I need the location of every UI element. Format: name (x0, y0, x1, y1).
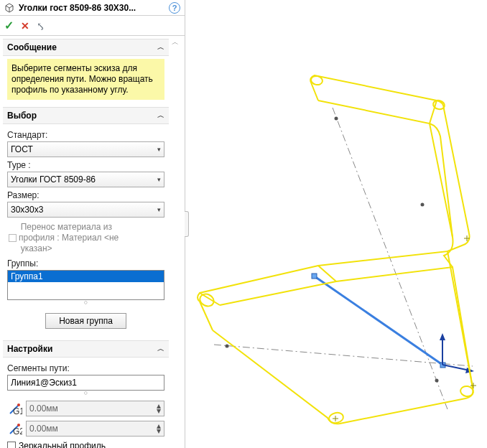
panel-body: Сообщение ︿ Выберите сегменты эскиза для… (0, 36, 185, 448)
section-settings: Настройки ︿ Сегменты пути: Линия1@Эскиз1… (3, 340, 169, 448)
svg-line-17 (442, 365, 470, 370)
svg-rect-13 (312, 274, 317, 279)
property-panel: Уголки гост 8509-86 30X30... ? ✓ ✕ ⤣ Соо… (0, 0, 185, 448)
standard-select[interactable]: ГОСТ ▾ (7, 141, 164, 157)
type-select[interactable]: Уголки ГОСТ 8509-86 ▾ (7, 172, 164, 187)
svg-point-19 (198, 292, 216, 309)
standard-value: ГОСТ (11, 144, 33, 154)
svg-point-8 (435, 379, 439, 383)
svg-point-9 (226, 345, 229, 348)
standard-label: Стандарт: (7, 130, 164, 140)
offset2-spinner[interactable]: ▴▾ (157, 424, 161, 434)
resize-handle[interactable]: ○ (7, 389, 164, 396)
offset1-value: 0.00мм (29, 403, 58, 414)
svg-line-7 (214, 345, 473, 366)
type-label: Type : (7, 160, 164, 170)
svg-line-6 (333, 108, 447, 409)
section-selection: Выбор ︿ Стандарт: ГОСТ ▾ Type : Уголки Г… (3, 107, 169, 336)
section-header-settings[interactable]: Настройки ︿ (3, 340, 169, 358)
pin-button[interactable]: ⤣ (37, 20, 45, 32)
svg-marker-16 (440, 333, 445, 340)
svg-point-10 (335, 117, 338, 121)
svg-point-11 (421, 203, 425, 207)
ok-button[interactable]: ✓ (4, 19, 14, 32)
offset2-icon: G2 (7, 421, 23, 437)
cancel-button[interactable]: ✕ (21, 20, 29, 32)
toolbar: ✓ ✕ ⤣ (0, 16, 185, 36)
new-group-button[interactable]: Новая группа (45, 313, 126, 329)
material-transfer: Перенос материала из профиля : Материал … (9, 222, 164, 254)
chevron-up-icon: ︿ (157, 344, 164, 354)
size-select[interactable]: 30x30x3 ▾ (7, 202, 164, 218)
titlebar: Уголки гост 8509-86 30X30... ? (0, 0, 185, 16)
feature-title: Уголки гост 8509-86 30X30... (19, 3, 164, 13)
svg-line-12 (315, 276, 442, 365)
type-value: Уголки ГОСТ 8509-86 (11, 174, 96, 185)
size-label: Размер: (7, 190, 164, 200)
offset2-input[interactable]: 0.00мм ▴▾ (26, 421, 164, 437)
section-header-selection[interactable]: Выбор ︿ (3, 107, 169, 124)
panel-scrollbar[interactable]: ︿ (170, 39, 180, 445)
transfer-checkbox[interactable] (9, 234, 17, 242)
section-title: Настройки (7, 344, 52, 354)
section-header-message[interactable]: Сообщение ︿ (3, 39, 169, 56)
svg-text:G2: G2 (13, 426, 22, 436)
svg-text:G1: G1 (13, 406, 22, 416)
offset1-icon: G1 (7, 401, 23, 416)
segments-label: Сегменты пути: (7, 363, 164, 373)
section-title: Выбор (7, 111, 37, 121)
help-icon[interactable]: ? (169, 2, 180, 14)
feature-icon (4, 3, 14, 13)
chevron-up-icon: ︿ (157, 111, 164, 121)
message-text: Выберите сегменты эскиза для определения… (7, 59, 164, 100)
group-item[interactable]: Группа1 (8, 271, 164, 282)
segments-value: Линия1@Эскиз1 (11, 378, 77, 388)
groups-label: Группы: (7, 258, 164, 269)
chevron-down-icon: ▾ (157, 146, 161, 153)
viewport-3d[interactable] (185, 0, 487, 448)
section-title: Сообщение (7, 42, 57, 52)
section-message: Сообщение ︿ Выберите сегменты эскиза для… (3, 39, 169, 103)
offset2-value: 0.00мм (29, 424, 58, 434)
scroll-up-icon: ︿ (172, 39, 179, 46)
resize-handle[interactable]: ○ (7, 299, 164, 306)
segments-input[interactable]: Линия1@Эскиз1 (7, 375, 164, 391)
model-preview (185, 0, 487, 448)
chevron-up-icon: ︿ (157, 42, 164, 52)
chevron-down-icon: ▾ (157, 206, 161, 213)
size-value: 30x30x3 (11, 205, 43, 215)
mirror-label: Зеркальный профиль (19, 441, 106, 448)
chevron-down-icon: ▾ (157, 176, 161, 183)
groups-listbox[interactable]: Группа1 (7, 270, 164, 300)
svg-point-21 (328, 411, 344, 424)
offset1-spinner[interactable]: ▴▾ (157, 403, 161, 414)
offset1-input[interactable]: 0.00мм ▴▾ (26, 401, 164, 416)
mirror-checkbox[interactable] (7, 442, 16, 448)
